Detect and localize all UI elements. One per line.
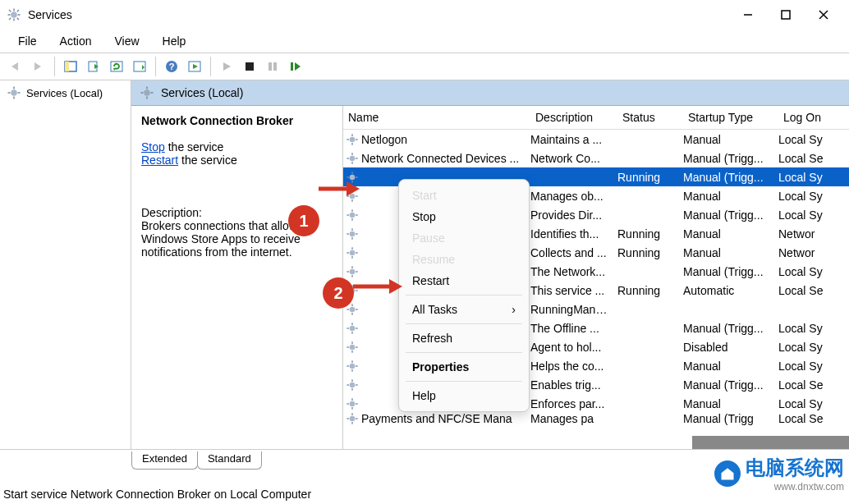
svg-point-78 [350, 268, 356, 274]
ctx-all-tasks[interactable]: All Tasks › [399, 299, 529, 320]
cell-status: Running [617, 284, 683, 297]
svg-rect-10 [782, 11, 790, 19]
restart-link[interactable]: Restart [141, 153, 178, 167]
watermark: 电脑系统网 www.dnxtw.com [714, 455, 844, 493]
service-icon [343, 360, 361, 373]
cell-description: This service ... [530, 284, 617, 297]
svg-point-88 [350, 306, 356, 312]
col-name[interactable]: Name [343, 111, 530, 124]
cell-startup: Manual [573, 303, 616, 316]
cell-logon: Local Se [778, 378, 836, 392]
tree-item-services-local[interactable]: Services (Local) [0, 84, 131, 102]
restart-link-line: Restart the service [141, 153, 333, 167]
forward-button[interactable] [28, 56, 49, 77]
menu-file[interactable]: File [10, 33, 45, 49]
menu-help[interactable]: Help [154, 33, 195, 49]
close-button[interactable] [805, 2, 842, 27]
cell-logon: Local Se [778, 152, 836, 165]
cell-startup: Manual (Trigg... [683, 152, 778, 165]
ctx-help[interactable]: Help [399, 385, 529, 406]
restart-service-button[interactable] [285, 56, 306, 77]
ctx-refresh[interactable]: Refresh [399, 328, 529, 349]
properties-button[interactable] [129, 56, 150, 77]
svg-line-5 [9, 10, 11, 11]
svg-marker-32 [295, 62, 301, 71]
start-service-button[interactable] [216, 56, 237, 77]
stop-link[interactable]: Stop [141, 140, 165, 153]
svg-point-118 [350, 415, 356, 421]
refresh-button[interactable] [106, 56, 127, 77]
cell-description: RunningManualLocal Sy [530, 303, 617, 316]
help-button[interactable]: ? [161, 56, 182, 77]
cell-description: Collects and ... [530, 246, 617, 259]
service-icon [343, 246, 361, 259]
detail-pane: Network Connection Broker Stop the servi… [131, 106, 343, 449]
back-button[interactable] [5, 56, 26, 77]
col-status[interactable]: Status [617, 111, 683, 124]
cell-name: Netlogon [361, 133, 530, 146]
minimize-button[interactable] [729, 2, 767, 27]
cell-logon: Local Se [778, 284, 836, 297]
horizontal-scrollbar[interactable] [692, 436, 849, 449]
cell-logon: Local Sy [778, 322, 836, 335]
cell-description: Provides Dir... [530, 208, 617, 222]
svg-point-68 [350, 231, 356, 236]
cell-logon: Local Sy [778, 171, 836, 184]
col-startup-type[interactable]: Startup Type [683, 111, 778, 124]
svg-rect-31 [291, 62, 293, 71]
cell-startup: Manual (Trigg... [683, 265, 778, 278]
export-list-button[interactable] [83, 56, 104, 77]
cell-description: Network Co... [530, 152, 617, 165]
ctx-restart[interactable]: Restart [399, 270, 529, 291]
app-icon [7, 7, 21, 22]
action-button[interactable] [184, 56, 205, 77]
pane-header-label: Services (Local) [161, 86, 243, 99]
svg-point-93 [350, 325, 356, 331]
cell-logon: Local Sy [778, 133, 836, 146]
tab-extended[interactable]: Extended [131, 451, 198, 470]
gear-icon [140, 85, 154, 100]
col-description[interactable]: Description [530, 111, 617, 124]
toolbar: ? [0, 53, 849, 80]
cell-startup: Manual [683, 397, 778, 410]
title-bar: Services [0, 0, 849, 30]
cell-logon: Local Sy [778, 360, 836, 373]
col-logon[interactable]: Log On [778, 111, 836, 124]
service-row[interactable]: Network Connected Devices ...Network Co.… [343, 149, 849, 167]
service-row[interactable]: Payments and NFC/SE ManaManages paManual… [343, 413, 849, 424]
cell-description: The Network... [530, 265, 617, 278]
cell-description: Manages pa [530, 412, 617, 425]
cell-name: Network Connected Devices ... [361, 152, 530, 165]
maximize-button[interactable] [767, 2, 805, 27]
cell-startup: Manual [683, 190, 778, 203]
show-hide-tree-button[interactable] [60, 56, 81, 77]
cell-startup: Manual [683, 360, 778, 373]
svg-point-38 [144, 89, 150, 96]
cell-logon: Local Sy [778, 190, 836, 203]
svg-point-98 [350, 344, 356, 350]
svg-point-103 [350, 363, 356, 369]
cell-startup: Automatic [683, 284, 778, 297]
cell-startup: Manual (Trigg... [683, 208, 778, 222]
ctx-properties[interactable]: Properties [399, 356, 529, 378]
tab-standard[interactable]: Standard [197, 451, 262, 470]
service-icon [343, 341, 361, 354]
svg-marker-13 [11, 62, 18, 71]
cell-startup: Manual [683, 227, 778, 241]
menu-view[interactable]: View [106, 33, 147, 49]
watermark-url: www.dnxtw.com [746, 481, 844, 493]
pause-service-button[interactable] [262, 56, 283, 77]
ctx-resume: Resume [399, 249, 529, 270]
cell-status: Running [530, 303, 573, 316]
service-icon [343, 322, 361, 335]
tree-item-label: Services (Local) [26, 87, 103, 99]
ctx-stop[interactable]: Stop [399, 206, 529, 227]
cell-description: Maintains a ... [530, 133, 617, 146]
menu-action[interactable]: Action [52, 33, 100, 49]
svg-point-73 [350, 250, 356, 255]
cell-startup: Disabled [683, 341, 778, 354]
cell-description: Manages ob... [530, 190, 617, 203]
service-row[interactable]: NetlogonMaintains a ...ManualLocal Sy [343, 130, 849, 149]
service-icon [343, 133, 361, 146]
stop-service-button[interactable] [239, 56, 260, 77]
